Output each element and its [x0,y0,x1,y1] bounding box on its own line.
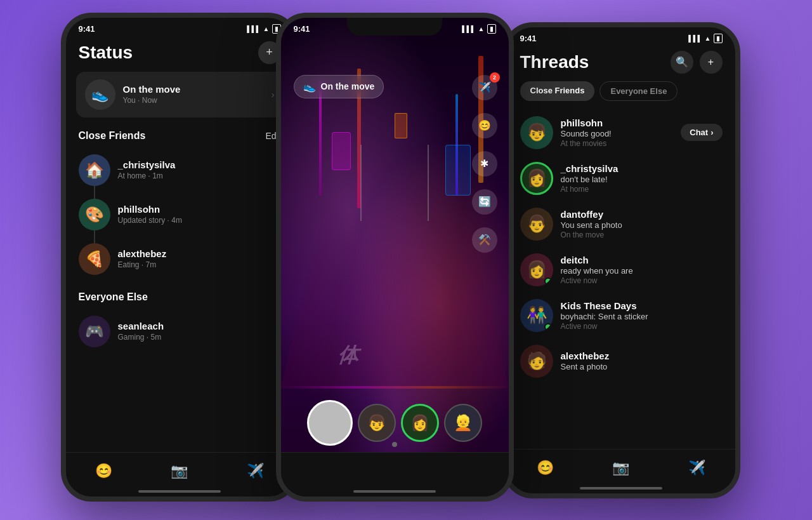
flip-icon-btn[interactable]: 🔄 [472,189,497,215]
story-avatar-2[interactable]: 👩 [401,404,439,442]
phillsohn-avatar: 🎨 [79,199,110,230]
status-header: Status + [66,36,294,72]
friend-item-seanleach[interactable]: 🎮 seanleach Gaming · 5m › [66,309,294,354]
add-icon: + [708,57,714,68]
home-bar-3 [580,487,662,490]
status-icons-2: ▌▌▌ ▲ ▮ [462,24,495,34]
thread-info-alexthebez: alexthebez Sent a photo [561,350,723,371]
status-icons-3: ▌▌▌ ▲ ▮ [688,34,722,43]
christysilva-info: _christysilva At home · 1m [118,159,271,180]
flip-icon: 🔄 [478,196,491,208]
my-status-chevron: › [272,90,275,100]
bottom-nav-2 [281,452,509,497]
thread-alexthebez[interactable]: 🧑 alexthebez Sent a photo [508,338,735,384]
status-pill-text: On the move [321,81,375,91]
phillsohn-info: phillsohn Updated story · 4m [118,204,271,225]
nav-send-3[interactable]: ✈️ [688,460,705,476]
thread-kids-these-days[interactable]: 👫 Kids These Days boyhachi: Sent a stick… [508,293,735,338]
status-pill[interactable]: 👟 On the move [294,75,384,98]
thread-sub-christysilva: At home [561,185,723,194]
right-icons: ✈️ 2 😊 ✱ 🔄 ⚒️ [472,75,497,253]
christysilva-status: At home · 1m [118,171,271,180]
everyone-else-title: Everyone Else [79,291,148,303]
battery-icon-3: ▮ [714,34,723,43]
thread-msg-phillsohn: Sounds good! [561,129,674,138]
threads-add-button[interactable]: + [700,51,723,74]
my-status-item[interactable]: 👟 On the move You · Now › [76,72,284,117]
alexthebez-status: Eating · 7m [118,260,271,269]
emoji-icon-btn[interactable]: 😊 [472,113,497,138]
thread-name-christysilva: _christysilva [561,163,723,174]
seanleach-status: Gaming · 5m [118,333,271,342]
my-status-emoji: 👟 [85,79,115,110]
threads-title: Threads [520,52,589,72]
phillsohn-status: Updated story · 4m [118,216,271,225]
thread-name-deitch: deitch [561,255,723,265]
bottom-nav-1: 😊 📷 ✈️ [66,452,294,497]
emoji-icon: 😊 [478,119,491,131]
nav-emoji-3[interactable]: 😊 [537,460,554,476]
close-friends-title: Close Friends [79,130,146,142]
thread-msg-kids: boyhachi: Sent a sticker [561,312,723,321]
thread-deitch[interactable]: 👩 deitch ready when you are Active now [508,247,735,293]
thread-info-christysilva: _christysilva don't be late! At home [561,163,723,194]
thread-info-kids: Kids These Days boyhachi: Sent a sticker… [561,300,723,331]
thread-sub-kids: Active now [561,322,723,331]
chat-button-phillsohn[interactable]: Chat › [681,124,722,141]
thread-name-kids: Kids These Days [561,300,723,311]
thread-christysilva[interactable]: 👩 _christysilva don't be late! At home [508,156,735,201]
signal-icon-1: ▌▌▌ [247,25,260,32]
threads-header-icons: 🔍 + [671,51,723,74]
threads-search-button[interactable]: 🔍 [671,51,693,74]
story-avatar-1[interactable]: 👦 [358,404,396,442]
friend-item-christysilva[interactable]: 🏠 _christysilva At home · 1m › [66,148,294,192]
thread-avatar-dantoffey: 👨 [520,208,553,241]
story-avatars: 👦 👩 👱 [281,400,509,446]
my-status-info: On the move You · Now [123,84,264,105]
send-icon-btn[interactable]: ✈️ 2 [472,75,497,100]
my-story-avatar[interactable] [307,400,353,446]
status-bar-2: 9:41 ▌▌▌ ▲ ▮ [281,18,509,36]
battery-icon-2: ▮ [487,24,496,34]
phone-status: 9:41 ▌▌▌ ▲ ▮ Status + 👟 On the move You … [61,13,299,502]
threads-tabs: Close Friends Everyone Else [508,81,735,110]
thread-phillsohn[interactable]: 👦 phillsohn Sounds good! At the movies C… [508,110,735,156]
send-badge: 2 [490,72,500,83]
thread-info-phillsohn: phillsohn Sounds good! At the movies [561,117,674,148]
nav-emoji-1[interactable]: 😊 [95,463,112,479]
tab-everyone-else[interactable]: Everyone Else [599,81,678,101]
seanleach-name: seanleach [118,321,271,331]
chat-label: Chat [690,128,708,137]
my-status-name: On the move [123,84,264,95]
snap-icon: ✱ [480,157,488,170]
my-status-sub: You · Now [123,96,264,105]
thread-name-dantoffey: dantoffey [561,209,723,220]
status-icons-1: ▌▌▌ ▲ ▮ [247,24,280,34]
tools-icon: ⚒️ [478,234,491,246]
friend-item-alexthebez[interactable]: 🍕 alexthebez Eating · 7m › [66,237,294,281]
seanleach-info: seanleach Gaming · 5m [118,321,271,342]
phone-notch [132,18,227,36]
wifi-icon-2: ▲ [478,25,485,32]
tools-icon-btn[interactable]: ⚒️ [472,227,497,253]
story-avatar-3[interactable]: 👱 [444,404,482,442]
thread-dantoffey[interactable]: 👨 dantoffey You sent a photo On the move [508,201,735,247]
nav-camera-3[interactable]: 📷 [612,460,629,476]
phone-threads: 9:41 ▌▌▌ ▲ ▮ Threads 🔍 + Close Friends E… [502,22,740,498]
chat-chevron: › [710,128,713,137]
camera-dot [392,442,397,447]
nav-send-1[interactable]: ✈️ [247,463,264,479]
send-icon: ✈️ [478,81,491,93]
snap-icon-btn[interactable]: ✱ [472,151,497,177]
nav-camera-1[interactable]: 📷 [171,463,188,479]
online-dot-deitch [544,277,552,285]
signal-icon-2: ▌▌▌ [462,25,475,32]
seanleach-avatar: 🎮 [79,316,110,347]
thread-msg-alexthebez: Sent a photo [561,362,723,371]
thread-avatar-alexthebez: 🧑 [520,345,553,378]
tab-close-friends[interactable]: Close Friends [520,81,595,101]
thread-msg-deitch: ready when you are [561,266,723,276]
friend-item-phillsohn[interactable]: 🎨 phillsohn Updated story · 4m › [66,192,294,237]
close-friends-header: Close Friends Edit [66,130,294,148]
time-3: 9:41 [520,34,537,43]
